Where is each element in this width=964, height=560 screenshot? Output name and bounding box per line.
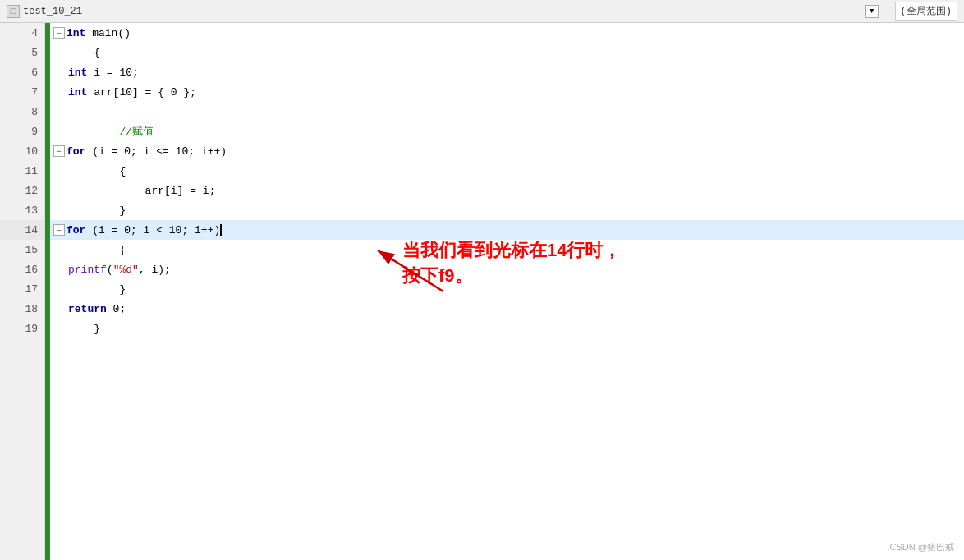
code-line-6: int i = 10; [50,62,964,82]
code-line-18: return 0; [50,299,964,319]
line-number-15: 15 [0,240,44,259]
line-number-13: 13 [0,200,44,220]
collapse-icon-14[interactable]: − [53,224,65,236]
code-line-7: int arr[10] = { 0 }; [50,82,964,102]
code-line-19: } [50,319,964,338]
editor-container: 45678910111213141516171819 −int main() {… [0,23,964,560]
filename: test_10_21 [23,6,862,17]
code-line-17: } [50,279,964,299]
watermark: CSDN @猪巴戒 [890,541,954,553]
code-line-14: − for (i = 0; i < 10; i++) [50,220,964,240]
dropdown-arrow[interactable]: ▼ [865,5,879,18]
code-line-16: printf("%d", i); [50,259,964,279]
line-number-6: 6 [0,62,44,82]
scope-label: (全局范围) [895,2,957,21]
code-line-4: −int main() [50,23,964,43]
code-line-12: arr[i] = i; [50,181,964,200]
line-number-5: 5 [0,43,44,62]
code-line-11: { [50,161,964,181]
code-line-13: } [50,200,964,220]
line-number-10: 10 [0,141,44,161]
line-number-8: 8 [0,102,44,122]
code-line-5: { [50,43,964,62]
line-number-19: 19 [0,319,44,338]
file-icon: □ [7,5,20,18]
line-number-18: 18 [0,299,44,319]
line-number-9: 9 [0,122,44,141]
code-line-15: { [50,240,964,259]
code-area[interactable]: −int main() { int i = 10; int arr[10] = … [50,23,964,560]
line-number-4: 4 [0,23,44,43]
line-number-17: 17 [0,279,44,299]
line-number-16: 16 [0,259,44,279]
line-numbers: 45678910111213141516171819 [0,23,45,560]
line-number-12: 12 [0,181,44,200]
line-number-7: 7 [0,82,44,102]
title-bar: □ test_10_21 ▼ (全局范围) [0,0,964,23]
code-line-9: //赋值 [50,122,964,141]
collapse-icon-4[interactable]: − [53,27,65,39]
code-line-8 [50,102,964,122]
collapse-icon-10[interactable]: − [53,145,65,157]
line-number-11: 11 [0,161,44,181]
line-number-14: 14 [0,220,44,240]
code-line-10: − for (i = 0; i <= 10; i++) [50,141,964,161]
